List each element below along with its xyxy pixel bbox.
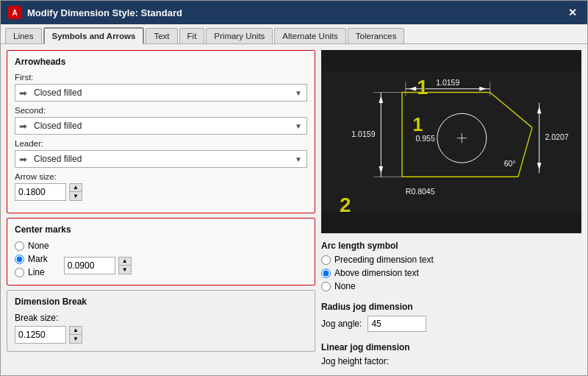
dialog: A Modify Dimension Style: Standard ✕ Lin… (0, 0, 588, 376)
center-size-down[interactable]: ▼ (119, 266, 131, 274)
svg-text:R0.8045: R0.8045 (406, 187, 435, 196)
svg-text:1: 1 (412, 114, 423, 135)
first-field-row: First: ➡ Closed filled ▼ (15, 73, 307, 102)
jog-angle-label: Jog angle: (321, 319, 362, 329)
tab-symbols-arrows[interactable]: Symbols and Arrows (43, 27, 145, 44)
arrowheads-group: Arrowheads First: ➡ Closed filled ▼ Seco… (7, 50, 315, 213)
jog-angle-row: Jog angle: (321, 316, 581, 332)
center-size-input[interactable] (64, 257, 115, 274)
svg-text:60°: 60° (504, 159, 516, 168)
jog-height-row: Jog height factor: (321, 356, 581, 366)
close-button[interactable]: ✕ (565, 5, 580, 20)
first-dropdown-arrow: ▼ (290, 89, 306, 97)
title-bar: A Modify Dimension Style: Standard ✕ (1, 1, 587, 24)
left-panel: Arrowheads First: ➡ Closed filled ▼ Seco… (7, 50, 315, 369)
content: Arrowheads First: ➡ Closed filled ▼ Seco… (1, 44, 587, 375)
tab-tolerances[interactable]: Tolerances (348, 28, 405, 43)
above-label: Above dimension text (334, 268, 419, 278)
jog-height-label: Jog height factor: (321, 356, 389, 366)
first-dropdown-text: Closed filled (31, 88, 290, 98)
leader-dropdown-text: Closed filled (31, 154, 290, 164)
mark-label: Mark (28, 254, 48, 264)
dimension-break-title: Dimension Break (15, 297, 307, 307)
second-dropdown-text: Closed filled (31, 121, 290, 131)
line-label: Line (28, 267, 45, 277)
mark-radio-row: Mark (15, 254, 49, 264)
leader-label: Leader: (15, 139, 307, 148)
arc-none-label: None (334, 281, 356, 291)
svg-text:0.955: 0.955 (415, 135, 434, 143)
arrow-size-input[interactable] (15, 183, 66, 201)
autodesk-icon: A (8, 6, 21, 19)
break-size-spinner: ▲ ▼ (15, 326, 307, 344)
arc-none-radio[interactable] (321, 282, 331, 291)
center-size-spinner: ▲ ▼ (64, 257, 132, 274)
right-panel: 1.0159 1 1.0159 (321, 50, 581, 369)
arrow-size-up[interactable]: ▲ (70, 184, 82, 192)
jog-angle-input[interactable] (368, 316, 426, 332)
preceding-label: Preceding dimension text (334, 255, 434, 265)
tab-lines[interactable]: Lines (5, 28, 42, 43)
linear-jog-section: Linear jog dimension Jog height factor: (321, 339, 581, 369)
tab-primary-units[interactable]: Primary Units (206, 28, 273, 43)
svg-text:2.0207: 2.0207 (545, 132, 568, 141)
preceding-radio[interactable] (321, 255, 331, 265)
arrowheads-title: Arrowheads (15, 57, 307, 67)
break-size-up[interactable]: ▲ (70, 327, 82, 335)
center-marks-content: None Mark Line (15, 241, 307, 277)
above-radio[interactable] (321, 269, 331, 278)
leader-dropdown-arrow: ▼ (290, 155, 306, 163)
second-label: Second: (15, 106, 307, 115)
arrow-size-spinners: ▲ ▼ (69, 183, 82, 201)
break-size-row: Break size: (15, 313, 307, 323)
svg-text:1.0159: 1.0159 (351, 130, 375, 138)
center-size-spinners: ▲ ▼ (118, 257, 132, 274)
break-size-label: Break size: (15, 313, 58, 323)
break-size-input[interactable] (15, 326, 66, 344)
tab-text[interactable]: Text (146, 28, 177, 43)
center-marks-title: Center marks (15, 224, 307, 235)
arc-none-radio-row: None (321, 281, 581, 291)
center-marks-radios: None Mark Line (15, 241, 49, 277)
tab-alternate-units[interactable]: Alternate Units (274, 28, 345, 43)
second-arrow-icon: ➡ (15, 121, 31, 132)
break-size-spinners: ▲ ▼ (69, 326, 82, 344)
first-arrow-icon: ➡ (15, 88, 31, 99)
preview-canvas: 1.0159 1 1.0159 (321, 50, 581, 233)
arc-length-title: Arc length symbol (321, 241, 581, 251)
none-radio-row: None (15, 241, 49, 251)
leader-dropdown-wrapper[interactable]: ➡ Closed filled ▼ (15, 150, 307, 168)
line-radio-row: Line (15, 267, 49, 277)
tab-fit[interactable]: Fit (179, 28, 205, 43)
linear-jog-title: Linear jog dimension (321, 342, 581, 352)
mark-radio[interactable] (15, 255, 24, 264)
center-size-up[interactable]: ▲ (119, 258, 131, 266)
dialog-title: Modify Dimension Style: Standard (27, 7, 182, 18)
none-label: None (28, 241, 49, 251)
line-radio[interactable] (15, 268, 24, 277)
arrow-size-down[interactable]: ▼ (70, 192, 82, 200)
annotation-1: 1 (417, 76, 429, 99)
radius-jog-title: Radius jog dimension (321, 302, 581, 312)
arrow-size-row: Arrow size: ▲ ▼ (15, 172, 307, 201)
leader-field-row: Leader: ➡ Closed filled ▼ (15, 139, 307, 168)
annotation-2: 2 (340, 194, 351, 217)
first-dropdown-wrapper[interactable]: ➡ Closed filled ▼ (15, 84, 307, 102)
center-marks-group: Center marks None Mark Line (7, 218, 315, 285)
second-field-row: Second: ➡ Closed filled ▼ (15, 106, 307, 135)
second-dropdown-wrapper[interactable]: ➡ Closed filled ▼ (15, 117, 307, 135)
arrow-size-spinner: ▲ ▼ (15, 183, 307, 201)
svg-text:1.0159: 1.0159 (436, 78, 459, 87)
arrow-size-label: Arrow size: (15, 172, 307, 181)
break-size-down[interactable]: ▼ (70, 335, 82, 343)
radius-jog-section: Radius jog dimension Jog angle: (321, 299, 581, 335)
none-radio[interactable] (15, 241, 24, 251)
first-label: First: (15, 73, 307, 82)
preceding-radio-row: Preceding dimension text (321, 255, 581, 265)
tab-bar: Lines Symbols and Arrows Text Fit Primar… (1, 24, 587, 44)
dimension-break-group: Dimension Break Break size: ▲ ▼ (7, 290, 315, 352)
preview-svg: 1.0159 1 1.0159 (321, 50, 581, 233)
arc-length-radios: Preceding dimension text Above dimension… (321, 255, 581, 291)
leader-arrow-icon: ➡ (15, 154, 31, 165)
arc-length-section: Arc length symbol Preceding dimension te… (321, 238, 581, 294)
